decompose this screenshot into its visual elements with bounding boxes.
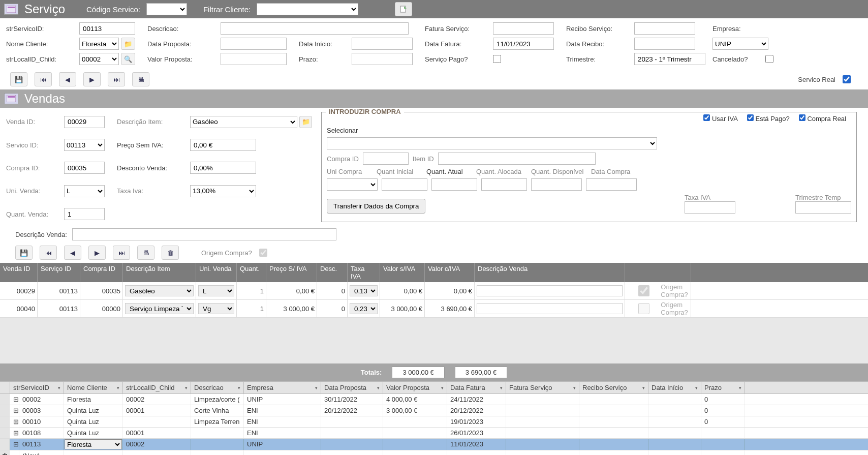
desconto-input[interactable] [190,162,256,174]
ds-col-8[interactable]: Fatura Serviço▾ [506,382,579,393]
cancelado-checkbox[interactable] [765,55,773,63]
data-inicio-input[interactable] [352,38,413,50]
nome-cliente-select[interactable]: Floresta [79,38,119,50]
vendas-next-button[interactable]: ▶ [88,246,106,260]
col-compra-id[interactable]: Compra ID [80,263,123,282]
datasheet-new-row[interactable]: ✱ (New) [0,450,868,455]
cliente-folder-button[interactable]: 📁 [121,38,135,50]
prazo-input[interactable] [352,53,413,65]
strservicoid-input[interactable] [79,22,135,35]
esta-pago-label[interactable]: Está Pago? [747,114,790,123]
vendas-print-button[interactable]: 🖶 [137,246,154,260]
data-fatura-input[interactable] [493,38,554,50]
col-taxa-iva[interactable]: Taxa IVA [348,263,380,282]
col-servico-id[interactable]: Serviço ID [38,263,80,282]
row-taxa-select[interactable]: 0,13 [350,285,378,296]
descricao-input[interactable] [221,22,409,35]
uni-venda-select[interactable]: L [64,185,105,197]
datasheet-row[interactable]: ⊞00010Quinta LuzLimpeza TerrenENI19/01/2… [0,416,868,428]
taxa-iva-input2[interactable] [685,201,735,214]
taxa-iva-select[interactable]: 13,00% [190,185,256,197]
servico-id-select[interactable]: 00113 [64,139,105,151]
quant-alocada-input[interactable] [481,178,527,191]
compra-real-checkbox[interactable] [799,114,805,121]
row-uni-select[interactable]: Vg [198,303,234,314]
venda-id-input[interactable] [64,116,105,128]
quant-inicial-input[interactable] [382,178,427,191]
preco-sem-iva-input[interactable] [190,139,256,151]
selecionar-select[interactable] [327,137,657,149]
col-desc[interactable]: Desc. [317,263,348,282]
esta-pago-checkbox[interactable] [747,114,754,121]
save-button[interactable]: 💾 [10,72,27,86]
compra-id-input2[interactable] [363,153,409,165]
col-uni-venda[interactable]: Uni. Venda [196,263,237,282]
quant-disponivel-input[interactable] [531,178,582,191]
ds-col-7[interactable]: Data Fatura▾ [447,382,506,393]
strlocalid-select[interactable]: 00002 [79,53,119,65]
last-record-button[interactable]: ⏭ [108,72,125,86]
uni-compra-select[interactable] [327,178,378,191]
datasheet-row[interactable]: ⊞00108Quinta Luz00001ENI26/01/2023 [0,428,868,439]
trimestre-temp-input[interactable] [795,201,851,214]
transferir-button[interactable]: Transferir Dados da Compra [327,199,425,214]
ds-col-10[interactable]: Data Início▾ [648,382,701,393]
valor-proposta-input[interactable] [221,53,287,65]
descricao-item-select[interactable]: Gasóleo [190,116,297,128]
servico-real-checkbox[interactable] [843,75,851,83]
report-button[interactable] [395,2,412,16]
col-valor-siva[interactable]: Valor s/IVA [380,263,425,282]
row-desc-select[interactable]: Serviço Limpeza Te [125,303,194,314]
first-record-button[interactable]: ⏮ [35,72,52,86]
data-proposta-input[interactable] [221,38,287,50]
codigo-servico-select[interactable] [146,3,187,15]
next-record-button[interactable]: ▶ [83,72,101,86]
ds-col-1[interactable]: Nome Cliente▾ [64,382,123,393]
data-compra-input[interactable] [586,178,637,191]
row-uni-select[interactable]: L [198,285,234,296]
col-descricao-venda[interactable]: Descrição Venda [475,263,625,282]
vendas-prev-button[interactable]: ◀ [64,246,81,260]
grid-row[interactable]: 000290011300035GasóleoL10,00 €00,130,00 … [0,282,868,300]
row-dvenda-input[interactable] [477,303,623,314]
empresa-select[interactable]: UNIP [712,38,768,50]
compra-real-label[interactable]: Compra Real [799,114,846,123]
data-recibo-input[interactable] [634,38,695,50]
vendas-last-button[interactable]: ⏭ [113,246,130,260]
row-taxa-select[interactable]: 0,23 [350,303,378,314]
recibo-servico-input[interactable] [634,22,695,35]
ds-col-0[interactable]: strServicoID▾ [10,382,64,393]
filtrar-cliente-select[interactable] [257,3,358,15]
col-descricao-item[interactable]: Descrição Item [123,263,196,282]
col-quant[interactable]: Quant. [237,263,266,282]
grid-row[interactable]: 000400011300000Serviço Limpeza TeVg13 00… [0,300,868,318]
servico-pago-checkbox[interactable] [493,55,501,63]
fatura-servico-input[interactable] [493,22,554,35]
col-valor-civa[interactable]: Valor c/IVA [425,263,475,282]
datasheet-row[interactable]: ⊞00003Quinta Luz00001Corte VinhaENI20/12… [0,405,868,416]
ds-cliente-select[interactable]: Floresta [65,439,122,449]
ds-col-4[interactable]: Empresa▾ [244,382,321,393]
ds-col-9[interactable]: Recibo Serviço▾ [579,382,648,393]
ds-col-2[interactable]: strLocalID_Child▾ [123,382,191,393]
col-preco[interactable]: Preço S/ IVA [266,263,317,282]
row-desc-select[interactable]: Gasóleo [125,285,194,296]
ds-gutter-head[interactable] [0,382,10,393]
print-button[interactable]: 🖶 [132,72,149,86]
ds-col-5[interactable]: Data Proposta▾ [321,382,383,393]
vendas-delete-button[interactable]: 🗑 [162,246,179,260]
datasheet-row[interactable]: ⊞00002Floresta00002Limpeza/corte (UNIP30… [0,394,868,405]
quant-venda-input[interactable] [64,208,105,220]
ds-col-6[interactable]: Valor Proposta▾ [383,382,447,393]
quant-atual-input[interactable] [431,178,477,191]
item-folder-button[interactable]: 📁 [299,116,312,128]
compra-id-input[interactable] [64,162,105,174]
row-dvenda-input[interactable] [477,285,623,296]
descricao-venda-input[interactable] [72,228,336,240]
prev-record-button[interactable]: ◀ [59,72,76,86]
col-venda-id[interactable]: Venda ID [0,263,38,282]
usar-iva-label[interactable]: Usar IVA [703,114,738,123]
item-id-input[interactable] [438,153,596,165]
datasheet-row[interactable]: ⊞00113Floresta00002UNIP11/01/2023 [0,439,868,450]
ds-col-3[interactable]: Descricao▾ [191,382,244,393]
